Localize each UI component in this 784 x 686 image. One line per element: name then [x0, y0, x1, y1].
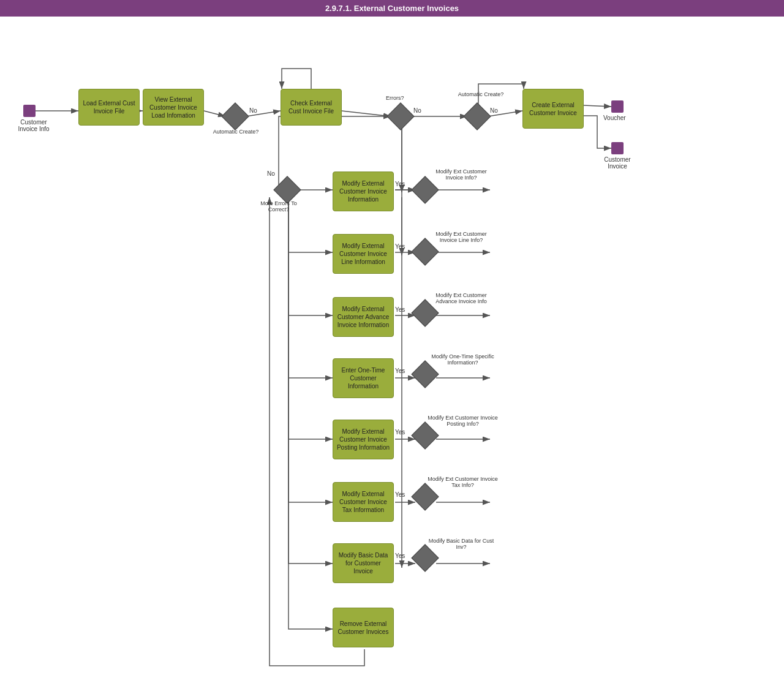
no-auto1-label: No: [249, 107, 257, 114]
yes-basic-label: Yes: [395, 552, 405, 559]
onetime-label: Modify One-Time Specific Information?: [428, 353, 498, 366]
diamond-auto1: [221, 102, 249, 130]
modify-advance-label: Modify Ext Customer Advance Invoice Info: [428, 292, 495, 304]
modify-tax-process[interactable]: Modify External Customer Invoice Tax Inf…: [333, 482, 394, 522]
basic-label: Modify Basic Data for Cust Inv?: [428, 538, 495, 550]
diamond-errors: [386, 102, 414, 130]
modify-basic-process[interactable]: Modify Basic Data for Customer Invoice: [333, 543, 394, 583]
errors-label: Errors?: [386, 95, 404, 101]
diamond-auto1-label: Automatic Create?: [211, 129, 260, 135]
yes-modify-line-label: Yes: [395, 243, 405, 250]
load-external-process[interactable]: Load External Cust Invoice File: [78, 89, 140, 126]
customer-invoice-label: Customer Invoice: [599, 156, 636, 170]
remove-external-process[interactable]: Remove External Customer Invoices: [333, 608, 394, 647]
modify-line-label: Modify Ext Customer Invoice Line Info?: [428, 231, 495, 243]
start-event-label: Customer Invoice Info: [12, 119, 55, 132]
diamond-more-errors: [273, 176, 301, 203]
enter-onetime-process[interactable]: Enter One-Time Customer Information: [333, 358, 394, 398]
svg-line-5: [342, 111, 391, 116]
header-title: 2.9.7.1. External Customer Invoices: [325, 4, 459, 13]
start-event: [23, 105, 36, 117]
yes-modify-advance-label: Yes: [395, 306, 405, 313]
posting-label: Modify Ext Customer Invoice Posting Info…: [428, 415, 498, 427]
view-external-process[interactable]: View External Customer Invoice Load Info…: [143, 89, 204, 126]
create-external-process[interactable]: Create External Customer Invoice: [522, 89, 584, 129]
no-more-errors-label: No: [267, 170, 275, 177]
tax-label: Modify Ext Customer Invoice Tax Info?: [428, 476, 498, 488]
no-auto2-label: No: [490, 107, 498, 114]
auto2-label: Automatic Create?: [456, 91, 505, 97]
yes-tax-label: Yes: [395, 491, 405, 498]
customer-invoice-event: [611, 142, 624, 154]
modify-posting-process[interactable]: Modify External Customer Invoice Posting…: [333, 420, 394, 459]
yes-modify-info-label: Yes: [395, 181, 405, 187]
canvas: Customer Invoice Info Load External Cust…: [0, 17, 784, 686]
check-external-process[interactable]: Check External Cust Invoice File: [281, 89, 342, 126]
modify-ext-info-process[interactable]: Modify External Customer Invoice Informa…: [333, 172, 394, 211]
yes-onetime-label: Yes: [395, 368, 405, 374]
voucher-event: [611, 100, 624, 113]
modify-info-label: Modify Ext Customer Invoice Info?: [428, 168, 495, 181]
modify-advance-process[interactable]: Modify External Customer Advance Invoice…: [333, 297, 394, 337]
svg-line-8: [584, 105, 611, 107]
more-errors-label: More Errors To Correct?: [251, 200, 306, 213]
voucher-label: Voucher: [603, 115, 626, 121]
modify-line-process[interactable]: Modify External Customer Invoice Line In…: [333, 234, 394, 274]
yes-posting-label: Yes: [395, 429, 405, 435]
header: 2.9.7.1. External Customer Invoices: [0, 0, 784, 17]
diamond-auto2: [463, 102, 491, 130]
no-errors-label: No: [413, 107, 421, 114]
